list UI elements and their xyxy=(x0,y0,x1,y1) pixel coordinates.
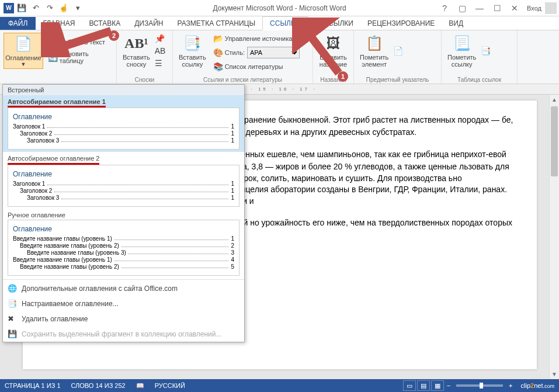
svg-line-0 xyxy=(51,31,111,50)
toc-button[interactable]: 📄 Оглавление ▼ xyxy=(4,33,43,69)
annotation-arrow-1 xyxy=(292,18,356,82)
scroll-down-icon[interactable]: ▼ xyxy=(550,369,559,379)
help-icon[interactable]: ? xyxy=(436,2,453,15)
qat-dropdown-icon[interactable]: ▾ xyxy=(71,2,84,15)
group-authorities: 📃 Пометить ссылку 📑 Таблица ссылок xyxy=(442,30,518,84)
show-notes-button[interactable]: ☰ xyxy=(152,57,169,69)
annotation-circle-2: 2 xyxy=(109,30,119,41)
remove-toc-menuitem[interactable]: ✖Удалить оглавление xyxy=(3,311,244,327)
vertical-scrollbar[interactable]: ▲ ▼ xyxy=(549,95,559,379)
close-icon[interactable]: ✕ xyxy=(506,2,523,15)
group-footnotes: AB¹ Вставить сноску 📌 AB ☰ Сноски xyxy=(117,30,173,84)
tab-review[interactable]: РЕЦЕНЗИРОВАНИЕ xyxy=(360,17,442,30)
title-bar: W 💾 ↶ ↷ ☝ ▾ Документ Microsoft Word - Mi… xyxy=(0,0,559,16)
manage-sources-icon: 📂 xyxy=(213,34,223,43)
remove-icon: ✖ xyxy=(8,314,18,324)
status-words[interactable]: СЛОВО 14 ИЗ 252 xyxy=(71,382,126,389)
scroll-thumb[interactable] xyxy=(551,106,558,176)
citation-icon: 📑 xyxy=(183,34,202,53)
view-web-icon[interactable]: ▦ xyxy=(431,380,444,391)
mark-entry-button[interactable]: 📋 Пометить элемент xyxy=(357,33,391,69)
insert-authorities-button[interactable]: 📑 xyxy=(478,45,495,57)
avatar[interactable] xyxy=(545,2,557,14)
insert-footnote-button[interactable]: AB¹ Вставить сноску xyxy=(120,33,152,69)
touch-icon[interactable]: ☝ xyxy=(57,2,70,15)
view-read-icon[interactable]: ▭ xyxy=(403,380,416,391)
redo-icon[interactable]: ↷ xyxy=(43,2,56,15)
bibliography-button[interactable]: 📚Список литературы xyxy=(211,61,303,72)
tab-view[interactable]: ВИД xyxy=(442,17,470,30)
group-label: Сноски xyxy=(117,77,172,83)
word-icon: W xyxy=(4,3,14,13)
mark-citation-icon: 📃 xyxy=(453,34,471,53)
insert-endnote-button[interactable]: 📌 xyxy=(152,33,169,44)
scroll-up-icon[interactable]: ▲ xyxy=(550,95,559,105)
style-icon: 🎨 xyxy=(213,48,223,57)
zoom-in-icon[interactable]: + xyxy=(509,382,512,389)
group-label: Таблица ссылок xyxy=(442,77,517,83)
undo-icon[interactable]: ↶ xyxy=(29,2,42,15)
mark-entry-icon: 📋 xyxy=(365,34,384,53)
window-controls: ? ▢ — ☐ ✕ Вход xyxy=(436,2,559,15)
status-page[interactable]: СТРАНИЦА 1 ИЗ 1 xyxy=(5,382,61,389)
status-language[interactable]: РУССКИЙ xyxy=(155,382,185,389)
custom-toc-icon: 📑 xyxy=(8,299,18,308)
window-title: Документ Microsoft Word - Microsoft Word xyxy=(213,4,346,12)
group-index: 📋 Пометить элемент 📄 Предметный указател… xyxy=(354,30,442,84)
office-icon: 🌐 xyxy=(8,284,18,293)
insert-citation-button[interactable]: 📑 Вставить ссылку xyxy=(176,33,209,69)
login-link[interactable]: Вход xyxy=(523,5,545,12)
toc-preview: Оглавление Введите название главы (урове… xyxy=(8,220,239,276)
save-selection-icon: 💾 xyxy=(8,329,18,339)
toc-icon: 📄 xyxy=(14,34,33,53)
insert-index-button[interactable]: 📄 xyxy=(391,45,407,57)
toc-option-auto1[interactable]: Автособираемое оглавление 1 Оглавление З… xyxy=(3,95,244,152)
style-row: 🎨 Стиль: APA xyxy=(211,46,303,60)
maximize-icon[interactable]: ☐ xyxy=(488,2,506,15)
toc-preview: Оглавление Заголовок 11Заголовок 21Загол… xyxy=(8,165,239,207)
ribbon-display-icon[interactable]: ▢ xyxy=(453,2,471,15)
footnote-icon: AB¹ xyxy=(127,34,145,53)
toc-dropdown: Встроенный Автособираемое оглавление 1 О… xyxy=(2,84,245,342)
view-print-icon[interactable]: ▤ xyxy=(417,380,430,391)
custom-toc-menuitem[interactable]: 📑Настраиваемое оглавление... xyxy=(3,296,244,311)
toc-option-manual[interactable]: Ручное оглавление Оглавление Введите наз… xyxy=(3,209,244,278)
toc-option-auto2[interactable]: Автособираемое оглавление 2 Оглавление З… xyxy=(3,152,244,209)
tab-design[interactable]: ДИЗАЙН xyxy=(127,17,170,30)
zoom-slider[interactable] xyxy=(456,384,503,387)
toc-preview: Оглавление Заголовок 11Заголовок 21Загол… xyxy=(8,107,239,150)
chevron-down-icon: ▼ xyxy=(20,61,26,67)
status-proofing-icon[interactable]: 📖 xyxy=(136,382,144,390)
more-toc-office-menuitem[interactable]: 🌐Дополнительные оглавления с сайта Offic… xyxy=(3,281,244,296)
annotation-circle-1: 1 xyxy=(338,71,348,82)
save-selection-menuitem: 💾Сохранить выделенный фрагмент в коллекц… xyxy=(3,327,244,342)
save-icon[interactable]: 💾 xyxy=(15,2,28,15)
zoom-out-icon[interactable]: − xyxy=(447,382,450,389)
status-bar: СТРАНИЦА 1 ИЗ 1 СЛОВО 14 ИЗ 252 📖 РУССКИ… xyxy=(0,379,559,392)
toc-label: Оглавление xyxy=(5,54,41,61)
minimize-icon[interactable]: — xyxy=(471,2,488,15)
tab-file[interactable]: ФАЙЛ xyxy=(0,17,36,30)
next-footnote-button[interactable]: AB xyxy=(152,45,169,57)
dropdown-section-builtin: Встроенный xyxy=(3,85,244,95)
tab-layout[interactable]: РАЗМЕТКА СТРАНИЦЫ xyxy=(171,17,263,30)
bibliography-icon: 📚 xyxy=(213,62,223,71)
group-label: Предметный указатель xyxy=(354,77,441,83)
manage-sources-button[interactable]: 📂Управление источниками xyxy=(211,33,303,44)
watermark: clip2net.com xyxy=(521,382,554,389)
svg-line-1 xyxy=(303,26,339,73)
divider xyxy=(3,279,244,280)
quick-access-toolbar: W 💾 ↶ ↷ ☝ ▾ xyxy=(0,2,84,15)
mark-citation-button[interactable]: 📃 Пометить ссылку xyxy=(445,33,478,69)
